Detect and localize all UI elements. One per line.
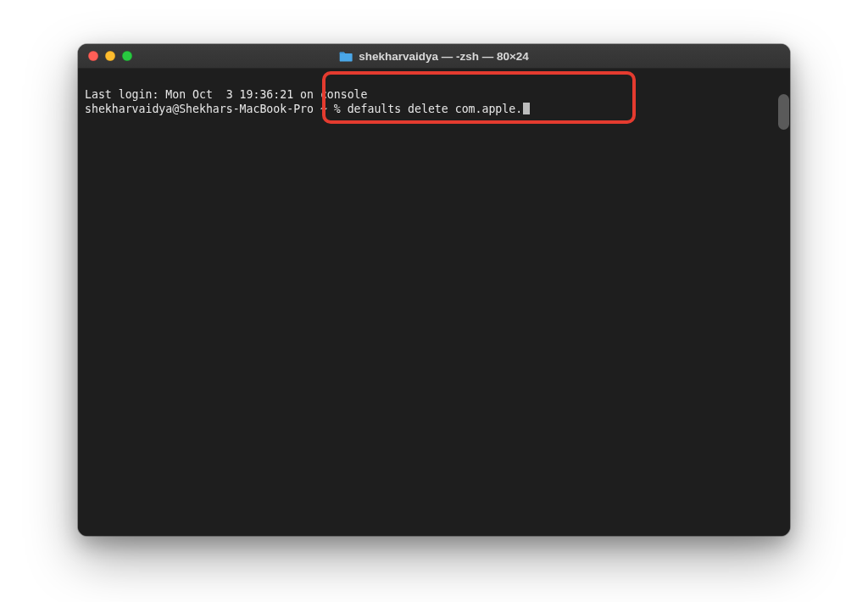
folder-icon xyxy=(339,51,353,62)
window-title-group: shekharvaidya — -zsh — 80×24 xyxy=(339,50,529,63)
minimize-icon[interactable] xyxy=(105,51,115,61)
typed-command: defaults delete com.apple. xyxy=(348,103,522,115)
terminal-window: shekharvaidya — -zsh — 80×24 Last login:… xyxy=(78,44,790,536)
terminal-body[interactable]: Last login: Mon Oct 3 19:36:21 on consol… xyxy=(78,69,790,536)
titlebar[interactable]: shekharvaidya — -zsh — 80×24 xyxy=(78,44,790,69)
window-controls xyxy=(78,51,132,61)
last-login-line: Last login: Mon Oct 3 19:36:21 on consol… xyxy=(85,87,785,103)
zoom-icon[interactable] xyxy=(122,51,132,61)
shell-prompt: shekharvaidya@Shekhars-MacBook-Pro ~ % xyxy=(85,103,348,115)
prompt-line: shekharvaidya@Shekhars-MacBook-Pro ~ % d… xyxy=(85,102,785,117)
close-icon[interactable] xyxy=(88,51,98,61)
scrollbar-thumb[interactable] xyxy=(778,94,789,130)
window-title: shekharvaidya — -zsh — 80×24 xyxy=(359,50,529,63)
cursor-block xyxy=(523,103,530,114)
